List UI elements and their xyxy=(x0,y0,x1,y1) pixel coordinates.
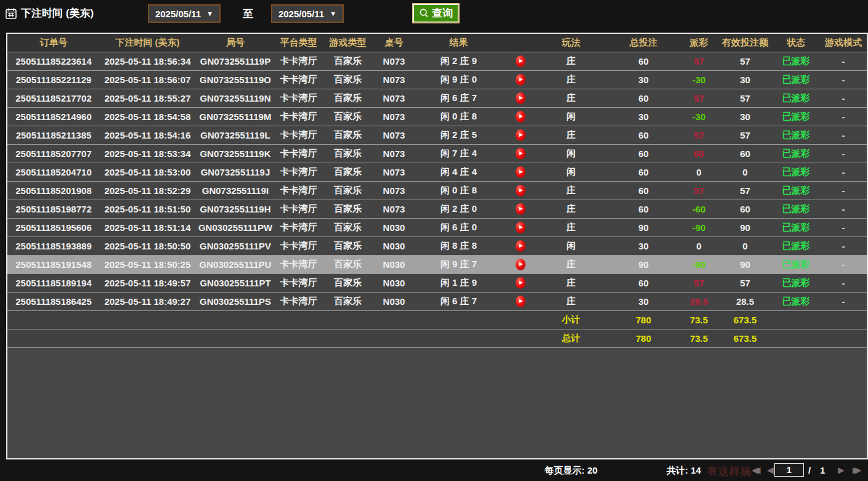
total-bet: 780 xyxy=(605,329,682,347)
cell-status: 已派彩 xyxy=(774,107,817,126)
table-row[interactable]: 250511185211385 2025-05-11 18:54:16 GN07… xyxy=(7,126,868,144)
cell-valid-bet: 57 xyxy=(716,181,774,200)
cell-game-mode: - xyxy=(817,89,868,107)
first-page-button[interactable]: ◀◀ xyxy=(752,465,761,475)
cell-video xyxy=(503,107,537,126)
next-page-button[interactable]: ▶ xyxy=(838,465,845,475)
cell-game-mode: - xyxy=(817,107,868,126)
date-from-select[interactable]: 2025/05/11 ▼ xyxy=(148,4,221,23)
table-row[interactable]: 250511185223614 2025-05-11 18:56:34 GN07… xyxy=(7,52,868,70)
play-video-icon[interactable] xyxy=(516,129,525,141)
cell-game-type: 百家乐 xyxy=(322,292,374,310)
play-video-icon[interactable] xyxy=(516,240,525,252)
cell-result: 闲 2 庄 5 xyxy=(414,126,503,144)
cell-game-type: 百家乐 xyxy=(322,236,374,255)
cell-order: 250511185221129 xyxy=(7,70,100,89)
last-page-button[interactable]: ▶▶ xyxy=(853,465,862,475)
play-video-icon[interactable] xyxy=(516,185,525,196)
cell-video xyxy=(503,144,537,163)
cell-result: 闲 9 庄 7 xyxy=(414,255,503,273)
cell-status: 已派彩 xyxy=(774,144,817,163)
cell-game-type: 百家乐 xyxy=(322,52,374,70)
play-video-icon[interactable] xyxy=(516,111,525,123)
table-row[interactable]: 250511185189194 2025-05-11 18:49:57 GN03… xyxy=(7,273,868,292)
cell-result: 闲 6 庄 0 xyxy=(414,218,503,236)
play-video-icon[interactable] xyxy=(516,222,525,233)
cell-table-no: N073 xyxy=(374,89,414,107)
cell-total-bet: 60 xyxy=(605,200,682,218)
cell-game-mode: - xyxy=(817,52,868,70)
table-body: 250511185223614 2025-05-11 18:56:34 GN07… xyxy=(7,52,868,310)
cell-result: 闲 2 庄 9 xyxy=(414,52,503,70)
total-payout: 73.5 xyxy=(682,329,716,347)
cell-result: 闲 0 庄 8 xyxy=(414,107,503,126)
play-video-icon[interactable] xyxy=(516,277,525,289)
play-video-icon[interactable] xyxy=(516,259,525,270)
cell-valid-bet: 57 xyxy=(716,52,774,70)
cell-table-no: N073 xyxy=(374,52,414,70)
table-row[interactable]: 250511185221129 2025-05-11 18:56:07 GN07… xyxy=(7,70,868,89)
play-video-icon[interactable] xyxy=(516,74,525,86)
cell-status: 已派彩 xyxy=(774,70,817,89)
cell-video xyxy=(503,126,537,144)
subtotal-payout: 73.5 xyxy=(682,310,716,329)
cell-total-bet: 90 xyxy=(605,218,682,236)
cell-total-bet: 90 xyxy=(605,255,682,273)
cell-valid-bet: 60 xyxy=(716,200,774,218)
cell-valid-bet: 28.5 xyxy=(716,292,774,310)
cell-table-no: N073 xyxy=(374,126,414,144)
cell-order: 250511185191548 xyxy=(7,255,100,273)
table-row[interactable]: 250511185191548 2025-05-11 18:50:25 GN03… xyxy=(7,255,868,273)
table-row[interactable]: 250511185204710 2025-05-11 18:53:00 GN07… xyxy=(7,163,868,181)
play-video-icon[interactable] xyxy=(516,203,525,215)
date-from-value: 2025/05/11 xyxy=(155,9,201,19)
cell-result: 闲 8 庄 8 xyxy=(414,236,503,255)
cell-result: 闲 6 庄 7 xyxy=(414,89,503,107)
cell-game-mode: - xyxy=(817,255,868,273)
cell-payout: -30 xyxy=(682,107,716,126)
prev-page-button[interactable]: ◀ xyxy=(767,465,774,475)
cell-platform: 卡卡湾厅 xyxy=(275,163,322,181)
cell-round-id: GN0732551119I xyxy=(195,181,275,200)
cell-round-id: GN030255111PU xyxy=(195,255,275,273)
cell-platform: 卡卡湾厅 xyxy=(275,255,322,273)
cell-order: 250511185204710 xyxy=(7,163,100,181)
total-label: 总计 xyxy=(537,329,605,347)
cell-status: 已派彩 xyxy=(774,52,817,70)
table-row[interactable]: 250511185207707 2025-05-11 18:53:34 GN07… xyxy=(7,144,868,163)
table-row[interactable]: 250511185217702 2025-05-11 18:55:27 GN07… xyxy=(7,89,868,107)
table-row[interactable]: 250511185201908 2025-05-11 18:52:29 GN07… xyxy=(7,181,868,200)
cell-payout: 57 xyxy=(682,181,716,200)
play-video-icon[interactable] xyxy=(516,166,525,178)
cell-game-mode: - xyxy=(817,236,868,255)
cell-table-no: N073 xyxy=(374,163,414,181)
cell-total-bet: 60 xyxy=(605,273,682,292)
cell-video xyxy=(503,70,537,89)
play-video-icon[interactable] xyxy=(516,296,525,307)
cell-round-id: GN0732551119K xyxy=(195,144,275,163)
play-video-icon[interactable] xyxy=(516,148,525,160)
cell-play-type: 闲 xyxy=(537,236,605,255)
cell-play-type: 庄 xyxy=(537,89,605,107)
page-title: 下注时间 (美东) xyxy=(21,6,94,20)
cell-play-type: 庄 xyxy=(537,218,605,236)
table-row[interactable]: 250511185198772 2025-05-11 18:51:50 GN07… xyxy=(7,200,868,218)
page-input[interactable] xyxy=(774,463,804,477)
table-row[interactable]: 250511185193889 2025-05-11 18:50:50 GN03… xyxy=(7,236,868,255)
cell-game-type: 百家乐 xyxy=(322,181,374,200)
table-row[interactable]: 250511185186425 2025-05-11 18:49:27 GN03… xyxy=(7,292,868,310)
cell-payout: 0 xyxy=(682,236,716,255)
date-to-value: 2025/05/11 xyxy=(278,9,324,19)
date-to-select[interactable]: 2025/05/11 ▼ xyxy=(271,4,344,23)
query-button[interactable]: 查询 xyxy=(412,3,460,23)
cell-bet-time: 2025-05-11 18:50:25 xyxy=(100,255,195,273)
cell-game-type: 百家乐 xyxy=(322,144,374,163)
cell-payout: 60 xyxy=(682,144,716,163)
cell-video xyxy=(503,236,537,255)
table-row[interactable]: 250511185214960 2025-05-11 18:54:58 GN07… xyxy=(7,107,868,126)
play-video-icon[interactable] xyxy=(516,55,525,67)
cell-total-bet: 60 xyxy=(605,126,682,144)
play-video-icon[interactable] xyxy=(516,92,525,104)
table-row[interactable]: 250511185195606 2025-05-11 18:51:14 GN03… xyxy=(7,218,868,236)
search-icon xyxy=(419,8,429,18)
